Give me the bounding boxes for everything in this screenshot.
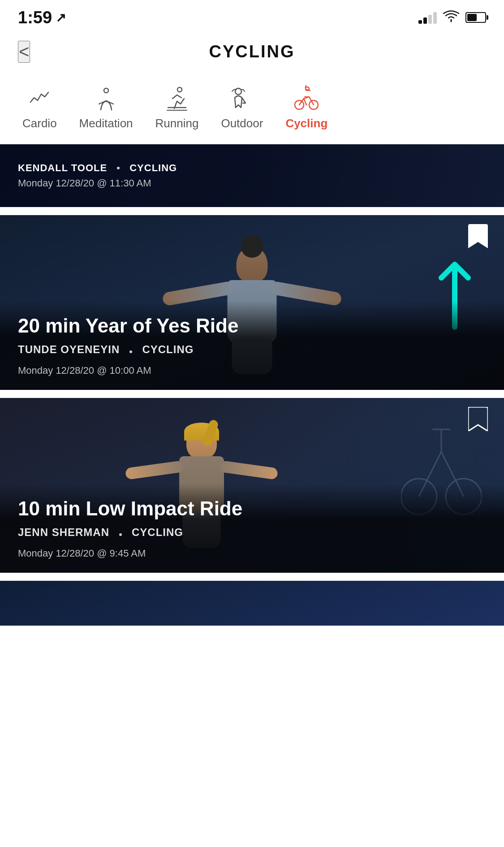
dot-sep-3	[119, 533, 122, 536]
header: < CYCLING	[0, 31, 504, 72]
wifi-icon	[443, 10, 459, 26]
signal-bar-2	[423, 17, 427, 24]
status-right	[418, 10, 486, 26]
cycling-icon	[291, 85, 322, 112]
category-nav: Cardio Meditation Running	[0, 72, 504, 144]
running-label: Running	[155, 117, 199, 130]
time-display: 1:59	[18, 8, 52, 27]
card-1-instructor: KENDALL TOOLE	[18, 162, 107, 174]
sidebar-item-cardio[interactable]: Cardio	[13, 81, 66, 135]
card-2-overlay: 20 min Year of Yes Ride TUNDE OYENEYIN C…	[0, 301, 504, 390]
workout-card-1[interactable]: KENDALL TOOLE CYCLING Monday 12/28/20 @ …	[0, 144, 504, 207]
dot-sep-1	[117, 167, 120, 169]
cards-container: KENDALL TOOLE CYCLING Monday 12/28/20 @ …	[0, 144, 504, 626]
signal-bars	[418, 11, 437, 24]
workout-card-3[interactable]: 10 min Low Impact Ride JENN SHERMAN CYCL…	[0, 398, 504, 573]
cardio-label: Cardio	[22, 117, 57, 130]
card-2-datetime: Monday 12/28/20 @ 10:00 AM	[18, 365, 486, 376]
status-bar: 1:59 ↗	[0, 0, 504, 31]
battery-fill	[467, 14, 477, 21]
battery-icon	[465, 12, 486, 23]
sidebar-item-cycling[interactable]: Cycling	[276, 81, 336, 135]
card-2-title: 20 min Year of Yes Ride	[18, 314, 486, 338]
card-3-instructor: JENN SHERMAN	[18, 526, 109, 539]
signal-bar-4	[433, 12, 437, 24]
sidebar-item-meditation[interactable]: Meditation	[70, 81, 142, 135]
card-3-title: 10 min Low Impact Ride	[18, 497, 486, 521]
card-1-datetime: Monday 12/28/20 @ 11:30 AM	[18, 177, 486, 189]
status-time: 1:59 ↗	[18, 8, 66, 27]
running-icon	[161, 85, 193, 112]
cycling-label: Cycling	[285, 117, 327, 130]
card-3-overlay: 10 min Low Impact Ride JENN SHERMAN CYCL…	[0, 484, 504, 573]
sidebar-item-running[interactable]: Running	[146, 81, 208, 135]
svg-point-7	[306, 87, 309, 91]
dot-sep-2	[129, 350, 132, 353]
page-title: CYCLING	[209, 42, 295, 61]
card-3-category: CYCLING	[132, 526, 183, 539]
bookmark-icon-2[interactable]	[468, 224, 488, 248]
card-3-datetime: Monday 12/28/20 @ 9:45 AM	[18, 548, 486, 559]
signal-bar-3	[428, 15, 432, 24]
svg-point-0	[104, 88, 108, 93]
card-1-category: CYCLING	[129, 162, 177, 174]
back-icon: <	[19, 42, 29, 61]
workout-card-4-partial[interactable]	[0, 581, 504, 626]
back-button[interactable]: <	[18, 41, 30, 63]
location-icon: ↗	[56, 10, 66, 25]
card-2-instructor: TUNDE OYENEYIN	[18, 343, 120, 356]
bookmark-icon-3[interactable]	[468, 407, 488, 431]
card-1-overlay: KENDALL TOOLE CYCLING Monday 12/28/20 @ …	[0, 144, 504, 207]
signal-bar-1	[418, 20, 422, 24]
card-2-category: CYCLING	[142, 343, 194, 356]
outdoor-icon	[226, 85, 258, 112]
svg-point-1	[177, 87, 182, 92]
meditation-label: Meditation	[79, 117, 133, 130]
cardio-icon	[24, 85, 55, 112]
meditation-icon	[90, 85, 122, 112]
sidebar-item-outdoor[interactable]: Outdoor	[212, 81, 272, 135]
outdoor-label: Outdoor	[221, 117, 263, 130]
workout-card-2[interactable]: 20 min Year of Yes Ride TUNDE OYENEYIN C…	[0, 215, 504, 390]
